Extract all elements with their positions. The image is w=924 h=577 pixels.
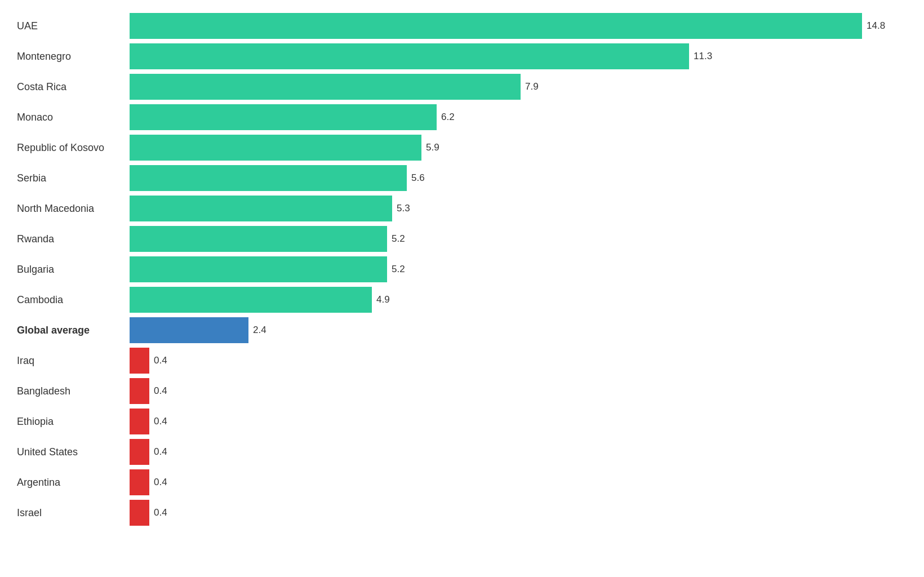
bar-row: Argentina0.4: [17, 468, 907, 497]
bar: [130, 135, 421, 161]
bar-label: North Macedonia: [17, 203, 130, 215]
bar-value: 4.9: [376, 294, 390, 305]
bar-value: 5.2: [392, 233, 405, 245]
bar-label: UAE: [17, 20, 130, 32]
bar-value: 7.9: [525, 81, 539, 92]
bar-row: Israel0.4: [17, 498, 907, 527]
bar-value: 5.9: [426, 142, 439, 153]
bar-row: United States0.4: [17, 437, 907, 467]
bar: [130, 256, 387, 282]
bar-wrapper: 0.4: [130, 468, 907, 497]
bar-wrapper: 0.4: [130, 437, 907, 467]
bar-wrapper: 14.8: [130, 11, 907, 41]
bar-label: Bulgaria: [17, 264, 130, 276]
bar: [130, 469, 149, 495]
bar-label: Argentina: [17, 477, 130, 489]
bar: [130, 226, 387, 252]
bar-row: Ethiopia0.4: [17, 407, 907, 436]
bar-row: Global average2.4: [17, 316, 907, 345]
bar-wrapper: 11.3: [130, 42, 907, 71]
bar-row: Rwanda5.2: [17, 224, 907, 254]
bar-row: Iraq0.4: [17, 346, 907, 375]
bar-row: North Macedonia5.3: [17, 194, 907, 223]
bar-label: United States: [17, 446, 130, 458]
bar: [130, 104, 437, 130]
bar-label: Bangladesh: [17, 385, 130, 397]
chart-container: UAE14.8Montenegro11.3Costa Rica7.9Monaco…: [17, 11, 907, 527]
bar: [130, 196, 392, 221]
bar-value: 0.4: [154, 446, 167, 458]
bar-wrapper: 7.9: [130, 72, 907, 101]
bar-wrapper: 2.4: [130, 316, 907, 345]
bar-wrapper: 5.2: [130, 255, 907, 284]
bar-wrapper: 5.2: [130, 224, 907, 254]
bar-row: Montenegro11.3: [17, 42, 907, 71]
bar: [130, 317, 248, 343]
bar-label: Cambodia: [17, 294, 130, 306]
bar-row: UAE14.8: [17, 11, 907, 41]
bar: [130, 13, 862, 39]
bar: [130, 74, 521, 100]
bar-value: 5.2: [392, 264, 405, 275]
bar-row: Costa Rica7.9: [17, 72, 907, 101]
bar: [130, 43, 689, 69]
bar-label: Costa Rica: [17, 81, 130, 93]
bar-row: Bulgaria5.2: [17, 255, 907, 284]
bar-label: Iraq: [17, 355, 130, 367]
bar-value: 0.4: [154, 385, 167, 397]
bar-value: 0.4: [154, 355, 167, 366]
bar-row: Serbia5.6: [17, 163, 907, 193]
bar-value: 0.4: [154, 416, 167, 427]
bar-value: 6.2: [441, 112, 455, 123]
bar-value: 11.3: [694, 51, 712, 62]
bar-wrapper: 0.4: [130, 376, 907, 406]
bar: [130, 287, 372, 313]
bar-row: Bangladesh0.4: [17, 376, 907, 406]
bar-value: 14.8: [867, 20, 885, 32]
bar-wrapper: 6.2: [130, 103, 907, 132]
bar: [130, 348, 149, 374]
bar-wrapper: 5.3: [130, 194, 907, 223]
bar-row: Cambodia4.9: [17, 285, 907, 314]
bar-label: Rwanda: [17, 233, 130, 245]
bar-label: Montenegro: [17, 51, 130, 63]
bar-wrapper: 5.9: [130, 133, 907, 162]
bar-value: 5.6: [411, 172, 425, 184]
bar-label: Ethiopia: [17, 416, 130, 428]
bar-value: 0.4: [154, 477, 167, 488]
bar-wrapper: 0.4: [130, 346, 907, 375]
bar-wrapper: 5.6: [130, 163, 907, 193]
bar: [130, 378, 149, 404]
bar-value: 5.3: [397, 203, 410, 214]
bar-value: 2.4: [253, 325, 266, 336]
bar: [130, 439, 149, 465]
bar-value: 0.4: [154, 507, 167, 518]
bar: [130, 409, 149, 434]
bar-wrapper: 0.4: [130, 498, 907, 527]
bar-label: Republic of Kosovo: [17, 142, 130, 154]
bar-label: Global average: [17, 325, 130, 336]
bar: [130, 500, 149, 526]
bar-wrapper: 0.4: [130, 407, 907, 436]
bar-label: Monaco: [17, 112, 130, 123]
bar-label: Israel: [17, 507, 130, 519]
bar-label: Serbia: [17, 172, 130, 184]
bar: [130, 165, 407, 191]
bar-row: Republic of Kosovo5.9: [17, 133, 907, 162]
bar-wrapper: 4.9: [130, 285, 907, 314]
bar-row: Monaco6.2: [17, 103, 907, 132]
